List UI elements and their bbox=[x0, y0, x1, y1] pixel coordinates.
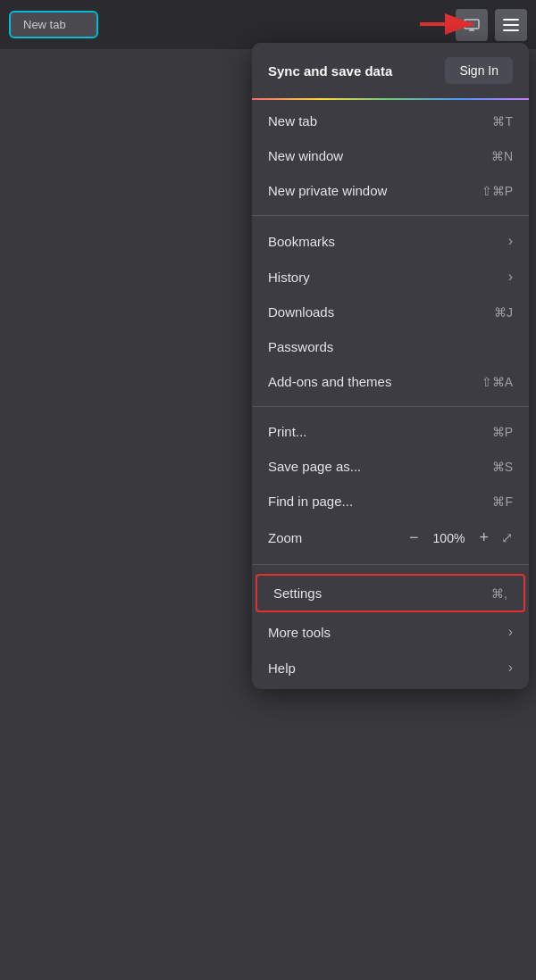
menu-item-new-window[interactable]: New window ⌘N bbox=[252, 138, 529, 173]
menu-item-more-tools[interactable]: More tools › bbox=[252, 614, 529, 650]
new-tab-label: New tab bbox=[268, 113, 317, 129]
menu-item-zoom: Zoom − 100% + ⤢ bbox=[252, 519, 529, 557]
history-arrow-icon: › bbox=[508, 269, 513, 285]
menu-item-help[interactable]: Help › bbox=[252, 650, 529, 685]
menu-item-print[interactable]: Print... ⌘P bbox=[252, 414, 529, 449]
hamburger-menu-button[interactable] bbox=[495, 9, 527, 41]
new-window-shortcut: ⌘N bbox=[491, 149, 513, 163]
zoom-in-button[interactable]: + bbox=[475, 528, 492, 547]
divider-2 bbox=[252, 406, 529, 407]
menu-item-passwords[interactable]: Passwords bbox=[252, 329, 529, 364]
menu-bar-3 bbox=[503, 29, 519, 31]
divider-3 bbox=[252, 564, 529, 565]
history-label: History bbox=[268, 270, 310, 285]
more-tools-label: More tools bbox=[268, 625, 331, 640]
zoom-value: 100% bbox=[431, 531, 466, 545]
arrow-annotation bbox=[415, 4, 487, 48]
menu-item-new-private-window[interactable]: New private window ⇧⌘P bbox=[252, 173, 529, 208]
sign-in-button[interactable]: Sign In bbox=[445, 57, 513, 84]
menu-bar-1 bbox=[503, 19, 519, 21]
sync-title: Sync and save data bbox=[268, 63, 392, 79]
more-tools-arrow-icon: › bbox=[508, 624, 513, 640]
bookmarks-arrow-icon: › bbox=[508, 233, 513, 249]
find-in-page-label: Find in page... bbox=[268, 494, 353, 509]
settings-shortcut: ⌘, bbox=[491, 586, 507, 601]
menu-bar-2 bbox=[503, 24, 519, 26]
help-label: Help bbox=[268, 660, 296, 676]
menu-item-bookmarks[interactable]: Bookmarks › bbox=[252, 223, 529, 259]
active-tab[interactable]: New tab bbox=[9, 11, 98, 38]
menu-item-addons[interactable]: Add-ons and themes ⇧⌘A bbox=[252, 364, 529, 399]
menu-item-find-in-page[interactable]: Find in page... ⌘F bbox=[252, 484, 529, 519]
menu-item-history[interactable]: History › bbox=[252, 259, 529, 295]
section-browser: Bookmarks › History › Downloads ⌘J Passw… bbox=[252, 220, 529, 403]
menu-item-new-tab[interactable]: New tab ⌘T bbox=[252, 104, 529, 138]
section-system: Settings ⌘, More tools › Help › bbox=[252, 569, 529, 689]
addons-shortcut: ⇧⌘A bbox=[482, 375, 513, 389]
zoom-out-button[interactable]: − bbox=[406, 528, 423, 547]
downloads-label: Downloads bbox=[268, 304, 334, 320]
zoom-controls: − 100% + ⤢ bbox=[406, 528, 513, 547]
find-in-page-shortcut: ⌘F bbox=[492, 494, 513, 509]
save-page-label: Save page as... bbox=[268, 459, 361, 474]
help-arrow-icon: › bbox=[508, 660, 513, 676]
print-label: Print... bbox=[268, 424, 306, 439]
new-window-label: New window bbox=[268, 148, 343, 163]
browser-chrome: New tab bbox=[0, 0, 536, 49]
section-page: Print... ⌘P Save page as... ⌘S Find in p… bbox=[252, 411, 529, 561]
addons-label: Add-ons and themes bbox=[268, 374, 391, 389]
dropdown-menu: Sync and save data Sign In New tab ⌘T Ne… bbox=[252, 43, 529, 689]
divider-1 bbox=[252, 215, 529, 216]
zoom-expand-icon[interactable]: ⤢ bbox=[501, 529, 513, 546]
bookmarks-label: Bookmarks bbox=[268, 234, 335, 249]
downloads-shortcut: ⌘J bbox=[494, 305, 513, 320]
save-page-shortcut: ⌘S bbox=[492, 460, 513, 474]
section-new: New tab ⌘T New window ⌘N New private win… bbox=[252, 100, 529, 212]
settings-label: Settings bbox=[273, 586, 322, 601]
sync-header: Sync and save data Sign In bbox=[252, 43, 529, 98]
new-private-window-shortcut: ⇧⌘P bbox=[482, 184, 513, 198]
zoom-label: Zoom bbox=[268, 530, 302, 545]
menu-item-save-page[interactable]: Save page as... ⌘S bbox=[252, 449, 529, 484]
tab-label: New tab bbox=[23, 18, 66, 31]
passwords-label: Passwords bbox=[268, 339, 333, 354]
menu-item-settings[interactable]: Settings ⌘, bbox=[255, 574, 525, 612]
new-tab-shortcut: ⌘T bbox=[492, 114, 513, 129]
new-private-window-label: New private window bbox=[268, 183, 387, 198]
print-shortcut: ⌘P bbox=[492, 425, 513, 439]
menu-item-downloads[interactable]: Downloads ⌘J bbox=[252, 295, 529, 329]
